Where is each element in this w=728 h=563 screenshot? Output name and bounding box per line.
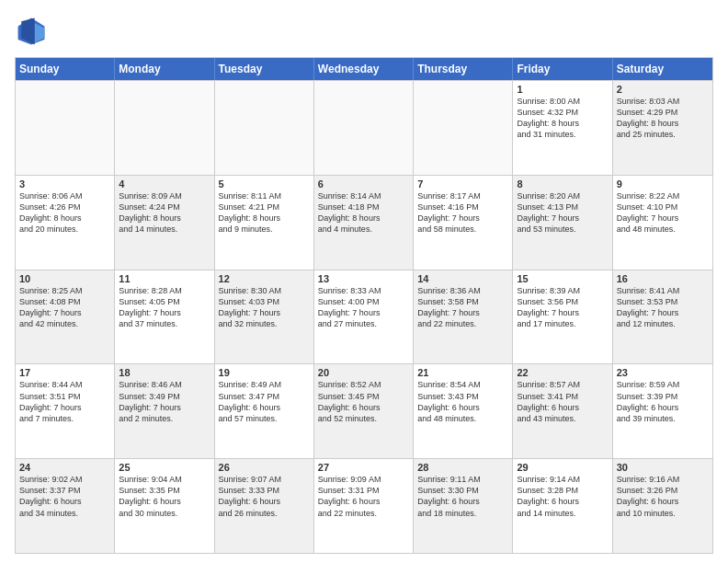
day-info: Sunrise: 8:59 AM Sunset: 3:39 PM Dayligh…	[617, 379, 709, 424]
cal-cell: 28Sunrise: 9:11 AM Sunset: 3:30 PM Dayli…	[414, 459, 513, 553]
cal-header-cell: Wednesday	[314, 58, 414, 80]
day-number: 12	[219, 273, 310, 284]
cal-cell: 9Sunrise: 8:22 AM Sunset: 4:10 PM Daylig…	[613, 176, 712, 270]
cal-cell: 22Sunrise: 8:57 AM Sunset: 3:41 PM Dayli…	[513, 364, 612, 458]
day-info: Sunrise: 9:14 AM Sunset: 3:28 PM Dayligh…	[517, 474, 608, 519]
day-number: 2	[617, 84, 709, 95]
day-number: 1	[517, 84, 608, 95]
day-info: Sunrise: 9:11 AM Sunset: 3:30 PM Dayligh…	[417, 474, 508, 519]
day-info: Sunrise: 8:36 AM Sunset: 3:58 PM Dayligh…	[417, 285, 508, 330]
day-info: Sunrise: 8:39 AM Sunset: 3:56 PM Dayligh…	[517, 285, 608, 330]
cal-cell	[115, 81, 214, 175]
cal-cell: 15Sunrise: 8:39 AM Sunset: 3:56 PM Dayli…	[513, 270, 612, 364]
cal-cell: 23Sunrise: 8:59 AM Sunset: 3:39 PM Dayli…	[613, 364, 712, 458]
day-number: 6	[318, 178, 409, 190]
day-number: 9	[617, 178, 709, 190]
day-info: Sunrise: 9:16 AM Sunset: 3:26 PM Dayligh…	[617, 474, 709, 519]
day-number: 13	[318, 273, 409, 284]
cal-cell: 25Sunrise: 9:04 AM Sunset: 3:35 PM Dayli…	[115, 459, 214, 553]
header	[15, 15, 713, 48]
cal-cell	[414, 81, 513, 175]
day-number: 11	[119, 273, 210, 284]
day-number: 14	[417, 273, 508, 284]
cal-row: 10Sunrise: 8:25 AM Sunset: 4:08 PM Dayli…	[16, 270, 712, 364]
cal-header-cell: Monday	[115, 58, 214, 80]
cal-cell	[314, 81, 414, 175]
cal-cell: 14Sunrise: 8:36 AM Sunset: 3:58 PM Dayli…	[414, 270, 513, 364]
cal-cell: 16Sunrise: 8:41 AM Sunset: 3:53 PM Dayli…	[613, 270, 712, 364]
cal-cell: 10Sunrise: 8:25 AM Sunset: 4:08 PM Dayli…	[16, 270, 115, 364]
day-info: Sunrise: 8:09 AM Sunset: 4:24 PM Dayligh…	[119, 190, 210, 236]
day-number: 25	[119, 462, 210, 473]
day-number: 5	[219, 178, 310, 190]
day-number: 10	[19, 273, 110, 284]
day-number: 28	[417, 462, 508, 473]
cal-header-cell: Friday	[513, 58, 612, 80]
cal-cell: 12Sunrise: 8:30 AM Sunset: 4:03 PM Dayli…	[215, 270, 314, 364]
day-number: 18	[119, 367, 210, 378]
cal-cell: 24Sunrise: 9:02 AM Sunset: 3:37 PM Dayli…	[16, 459, 115, 553]
cal-cell: 8Sunrise: 8:20 AM Sunset: 4:13 PM Daylig…	[513, 176, 612, 270]
day-info: Sunrise: 8:25 AM Sunset: 4:08 PM Dayligh…	[19, 285, 110, 330]
day-number: 30	[617, 462, 709, 473]
cal-cell: 18Sunrise: 8:46 AM Sunset: 3:49 PM Dayli…	[115, 364, 214, 458]
cal-cell: 26Sunrise: 9:07 AM Sunset: 3:33 PM Dayli…	[215, 459, 314, 553]
cal-cell: 2Sunrise: 8:03 AM Sunset: 4:29 PM Daylig…	[613, 81, 712, 175]
cal-header-cell: Saturday	[613, 58, 712, 80]
day-info: Sunrise: 8:30 AM Sunset: 4:03 PM Dayligh…	[219, 285, 310, 330]
calendar-header: SundayMondayTuesdayWednesdayThursdayFrid…	[16, 58, 712, 80]
cal-cell	[215, 81, 314, 175]
day-info: Sunrise: 8:46 AM Sunset: 3:49 PM Dayligh…	[119, 379, 210, 424]
day-info: Sunrise: 8:17 AM Sunset: 4:16 PM Dayligh…	[417, 190, 508, 236]
cal-row: 1Sunrise: 8:00 AM Sunset: 4:32 PM Daylig…	[16, 80, 712, 175]
day-info: Sunrise: 8:33 AM Sunset: 4:00 PM Dayligh…	[318, 285, 409, 330]
day-info: Sunrise: 8:03 AM Sunset: 4:29 PM Dayligh…	[617, 96, 709, 141]
cal-cell: 20Sunrise: 8:52 AM Sunset: 3:45 PM Dayli…	[314, 364, 414, 458]
day-info: Sunrise: 8:20 AM Sunset: 4:13 PM Dayligh…	[517, 190, 608, 236]
cal-row: 24Sunrise: 9:02 AM Sunset: 3:37 PM Dayli…	[16, 458, 712, 553]
day-info: Sunrise: 8:11 AM Sunset: 4:21 PM Dayligh…	[219, 190, 310, 236]
cal-row: 17Sunrise: 8:44 AM Sunset: 3:51 PM Dayli…	[16, 363, 712, 458]
cal-cell: 5Sunrise: 8:11 AM Sunset: 4:21 PM Daylig…	[215, 176, 314, 270]
cal-header-cell: Tuesday	[215, 58, 314, 80]
day-number: 23	[617, 367, 709, 378]
day-number: 7	[417, 178, 508, 190]
cal-cell: 4Sunrise: 8:09 AM Sunset: 4:24 PM Daylig…	[115, 176, 214, 270]
day-number: 16	[617, 273, 709, 284]
logo	[15, 15, 51, 48]
day-number: 27	[318, 462, 409, 473]
cal-header-cell: Thursday	[414, 58, 513, 80]
day-number: 29	[517, 462, 608, 473]
logo-icon	[15, 15, 48, 48]
day-info: Sunrise: 8:06 AM Sunset: 4:26 PM Dayligh…	[19, 190, 110, 236]
cal-cell: 11Sunrise: 8:28 AM Sunset: 4:05 PM Dayli…	[115, 270, 214, 364]
day-info: Sunrise: 8:14 AM Sunset: 4:18 PM Dayligh…	[318, 190, 409, 236]
day-info: Sunrise: 8:54 AM Sunset: 3:43 PM Dayligh…	[417, 379, 508, 424]
day-number: 24	[19, 462, 110, 473]
day-info: Sunrise: 8:49 AM Sunset: 3:47 PM Dayligh…	[219, 379, 310, 424]
day-number: 15	[517, 273, 608, 284]
day-info: Sunrise: 8:41 AM Sunset: 3:53 PM Dayligh…	[617, 285, 709, 330]
day-info: Sunrise: 8:52 AM Sunset: 3:45 PM Dayligh…	[318, 379, 409, 424]
cal-cell: 21Sunrise: 8:54 AM Sunset: 3:43 PM Dayli…	[414, 364, 513, 458]
cal-cell: 29Sunrise: 9:14 AM Sunset: 3:28 PM Dayli…	[513, 459, 612, 553]
day-info: Sunrise: 9:04 AM Sunset: 3:35 PM Dayligh…	[119, 474, 210, 519]
cal-cell: 19Sunrise: 8:49 AM Sunset: 3:47 PM Dayli…	[215, 364, 314, 458]
day-number: 8	[517, 178, 608, 190]
day-info: Sunrise: 8:22 AM Sunset: 4:10 PM Dayligh…	[617, 190, 709, 236]
calendar-body: 1Sunrise: 8:00 AM Sunset: 4:32 PM Daylig…	[16, 80, 712, 553]
day-number: 17	[19, 367, 110, 378]
day-info: Sunrise: 9:02 AM Sunset: 3:37 PM Dayligh…	[19, 474, 110, 519]
cal-cell: 6Sunrise: 8:14 AM Sunset: 4:18 PM Daylig…	[314, 176, 414, 270]
day-number: 21	[417, 367, 508, 378]
cal-cell	[16, 81, 115, 175]
day-info: Sunrise: 8:00 AM Sunset: 4:32 PM Dayligh…	[517, 96, 608, 141]
cal-cell: 13Sunrise: 8:33 AM Sunset: 4:00 PM Dayli…	[314, 270, 414, 364]
cal-cell: 3Sunrise: 8:06 AM Sunset: 4:26 PM Daylig…	[16, 176, 115, 270]
cal-cell: 30Sunrise: 9:16 AM Sunset: 3:26 PM Dayli…	[613, 459, 712, 553]
day-number: 26	[219, 462, 310, 473]
day-info: Sunrise: 9:07 AM Sunset: 3:33 PM Dayligh…	[219, 474, 310, 519]
day-info: Sunrise: 8:28 AM Sunset: 4:05 PM Dayligh…	[119, 285, 210, 330]
cal-header-cell: Sunday	[16, 58, 115, 80]
day-number: 4	[119, 178, 210, 190]
